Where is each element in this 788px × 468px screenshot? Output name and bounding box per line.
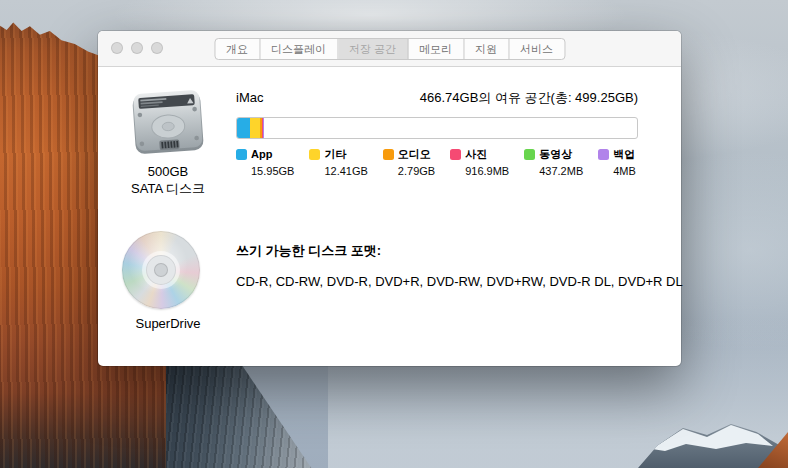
legend-size: 4MB xyxy=(613,165,636,177)
legend-label: 기타 xyxy=(324,148,367,161)
legend-label: 백업 xyxy=(613,148,636,161)
legend-color-swatch xyxy=(309,149,320,160)
legend-label: App xyxy=(251,148,294,161)
writable-formats-title: 쓰기 가능한 디스크 포맷: xyxy=(236,242,761,260)
title-bar: 개요디스플레이저장 공간메모리지원서비스 xyxy=(98,31,681,67)
legend-label: 오디오 xyxy=(398,148,435,161)
superdrive-disc-icon xyxy=(122,231,200,309)
zoom-button[interactable] xyxy=(151,42,163,54)
legend-color-swatch xyxy=(598,149,609,160)
storage-pane: 500GB SATA 디스크 iMac 466.74GB의 여유 공간(총: 4… xyxy=(98,67,681,365)
traffic-lights xyxy=(111,42,163,54)
internal-hard-drive-icon xyxy=(128,83,208,163)
storage-legend: App15.95GB기타12.41GB오디오2.79GB사진916.9MB동영상… xyxy=(236,148,638,177)
device-name: iMac xyxy=(236,90,263,105)
legend-size: 2.79GB xyxy=(398,165,435,177)
legend-size: 437.2MB xyxy=(539,165,583,177)
legend-color-swatch xyxy=(450,149,461,160)
storage-header: iMac 466.74GB의 여유 공간(총: 499.25GB) xyxy=(236,89,638,107)
storage-segment xyxy=(237,118,250,138)
disk-name-label: 500GB SATA 디스크 xyxy=(98,163,238,197)
storage-usage-section: iMac 466.74GB의 여유 공간(총: 499.25GB) App15.… xyxy=(236,89,638,177)
storage-usage-bar xyxy=(236,117,638,139)
disk-type: SATA 디스크 xyxy=(98,180,238,197)
legend-item-videos: 동영상437.2MB xyxy=(524,148,583,177)
legend-item-app: App15.95GB xyxy=(236,148,294,177)
writable-formats-section: 쓰기 가능한 디스크 포맷: CD-R, CD-RW, DVD-R, DVD+R… xyxy=(236,242,761,289)
close-button[interactable] xyxy=(111,42,123,54)
legend-item-etc: 기타12.41GB xyxy=(309,148,367,177)
tab-bar: 개요디스플레이저장 공간메모리지원서비스 xyxy=(214,38,565,60)
legend-size: 15.95GB xyxy=(251,165,294,177)
legend-size: 12.41GB xyxy=(324,165,367,177)
tab-support[interactable]: 지원 xyxy=(464,39,509,59)
free-space-text: 466.74GB의 여유 공간(총: 499.25GB) xyxy=(420,89,638,107)
tab-displays[interactable]: 디스플레이 xyxy=(260,39,338,59)
writable-formats-list: CD-R, CD-RW, DVD-R, DVD+R, DVD-RW, DVD+R… xyxy=(236,274,761,289)
legend-item-photos: 사진916.9MB xyxy=(450,148,509,177)
tab-storage[interactable]: 저장 공간 xyxy=(338,39,408,59)
legend-color-swatch xyxy=(236,149,247,160)
legend-label: 동영상 xyxy=(539,148,583,161)
superdrive-name-label: SuperDrive xyxy=(98,316,238,331)
legend-color-swatch xyxy=(524,149,535,160)
minimize-button[interactable] xyxy=(131,42,143,54)
tab-memory[interactable]: 메모리 xyxy=(408,39,464,59)
tab-service[interactable]: 서비스 xyxy=(509,39,564,59)
storage-segment xyxy=(250,118,260,138)
legend-color-swatch xyxy=(383,149,394,160)
disk-capacity: 500GB xyxy=(98,163,238,180)
legend-size: 916.9MB xyxy=(465,165,509,177)
legend-item-audio: 오디오2.79GB xyxy=(383,148,435,177)
optical-disc xyxy=(122,231,200,309)
tab-overview[interactable]: 개요 xyxy=(215,39,260,59)
legend-label: 사진 xyxy=(465,148,509,161)
legend-item-backup: 백업4MB xyxy=(598,148,636,177)
about-this-mac-window: 개요디스플레이저장 공간메모리지원서비스 xyxy=(98,31,681,366)
